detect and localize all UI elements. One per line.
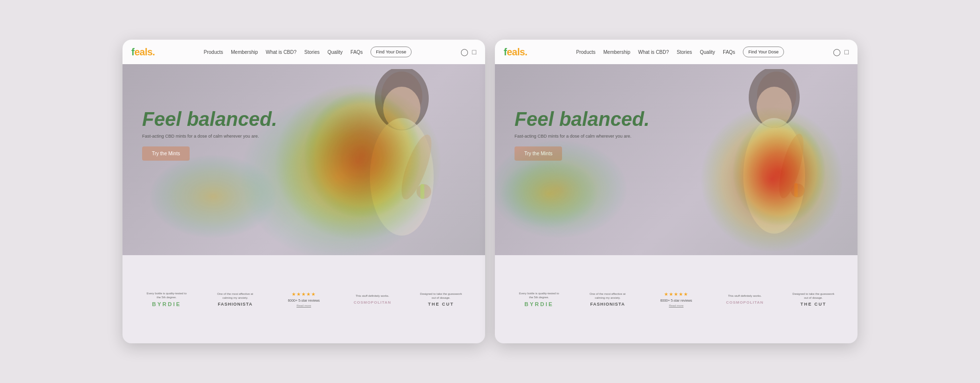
press-item-fashionista: One of the most effective at calming my …: [201, 292, 270, 307]
press-item-byrdie: Every bottle is quality-tested to the 5t…: [132, 291, 201, 308]
press-section-left: Every bottle is quality-tested to the 5t…: [122, 255, 485, 343]
byrdie-quote-r: Every bottle is quality-tested to the 5t…: [517, 291, 561, 300]
nav-what-is-cbd-r[interactable]: What is CBD?: [638, 49, 669, 55]
thecut-quote-r: Designed to take the guesswork out of do…: [791, 292, 835, 300]
navbar-right: feals. Products Membership What is CBD? …: [495, 40, 858, 64]
screen-right: feals. Products Membership What is CBD? …: [495, 40, 858, 343]
press-item-stars-r: ★★★★★ 6000+ 5-star reviews Read more: [642, 291, 710, 307]
nav-cta-button-r[interactable]: Find Your Dose: [743, 47, 784, 57]
byrdie-logo: BYRDIE: [152, 301, 181, 307]
nav-products-r[interactable]: Products: [576, 49, 595, 55]
read-more-link-r[interactable]: Read more: [669, 304, 684, 307]
press-item-thecut: Designed to take the guesswork out of do…: [407, 292, 475, 307]
nav-quality-r[interactable]: Quality: [700, 49, 715, 55]
heatmap-blob-4: [149, 155, 277, 238]
stars-display-r: ★★★★★: [664, 291, 688, 297]
read-more-link[interactable]: Read more: [296, 304, 311, 307]
cosmo-quote: This stuff definitely works.: [356, 294, 390, 298]
user-icon[interactable]: ◯: [461, 48, 468, 56]
stars-display: ★★★★★: [292, 291, 316, 297]
nav-stories-r[interactable]: Stories: [677, 49, 692, 55]
heatmap-blob-r2: [701, 107, 843, 252]
thecut-logo-r: THE CUT: [801, 302, 827, 307]
cosmo-logo-r: COSMOPOLITAN: [726, 300, 764, 305]
byrdie-quote: Every bottle is quality-tested to the 5t…: [145, 291, 189, 300]
logo-right[interactable]: feals.: [504, 47, 527, 58]
nav-products[interactable]: Products: [204, 49, 223, 55]
hero-right: Feel balanced. Fast-acting CBD mints for…: [495, 64, 858, 255]
fashionista-logo: FASHIONISTA: [218, 302, 253, 307]
nav-quality[interactable]: Quality: [327, 49, 343, 55]
press-item-byrdie-r: Every bottle is quality-tested to the 5t…: [505, 291, 573, 308]
review-count: 6000+ 5-star reviews: [288, 299, 319, 302]
nav-links-right: Products Membership What is CBD? Stories…: [576, 47, 784, 57]
press-section-right: Every bottle is quality-tested to the 5t…: [495, 255, 858, 343]
press-item-cosmo: This stuff definitely works. COSMOPOLITA…: [338, 294, 407, 304]
cart-icon-r[interactable]: □: [845, 48, 849, 56]
user-icon-r[interactable]: ◯: [833, 48, 841, 56]
nav-membership-r[interactable]: Membership: [603, 49, 630, 55]
press-item-stars: ★★★★★ 6000+ 5-star reviews Read more: [270, 291, 338, 307]
cosmo-quote-r: This stuff definitely works.: [728, 294, 762, 298]
cosmo-logo: COSMOPOLITAN: [354, 300, 392, 305]
hero-left: Feel balanced. Fast-acting CBD mints for…: [122, 64, 485, 255]
cart-icon[interactable]: □: [472, 48, 476, 56]
nav-what-is-cbd[interactable]: What is CBD?: [266, 49, 296, 55]
nav-stories[interactable]: Stories: [304, 49, 319, 55]
heatmap-blob-3: [240, 94, 436, 255]
logo-left[interactable]: feals.: [131, 47, 155, 58]
thecut-quote: Designed to take the guesswork out of do…: [419, 292, 463, 300]
nav-membership[interactable]: Membership: [231, 49, 258, 55]
screen-left: feals. Products Membership What is CBD? …: [122, 40, 485, 343]
press-item-thecut-r: Designed to take the guesswork out of do…: [779, 292, 848, 307]
press-item-fashionista-r: One of the most effective at calming my …: [573, 292, 642, 307]
nav-faqs[interactable]: FAQs: [350, 49, 363, 55]
nav-links-left: Products Membership What is CBD? Stories…: [204, 47, 412, 57]
fashionista-quote-r: One of the most effective at calming my …: [586, 292, 630, 300]
press-item-cosmo-r: This stuff definitely works. COSMOPOLITA…: [710, 294, 779, 304]
fashionista-quote: One of the most effective at calming my …: [213, 292, 257, 300]
navbar-left: feals. Products Membership What is CBD? …: [122, 40, 485, 64]
fashionista-logo-r: FASHIONISTA: [590, 302, 625, 307]
review-count-r: 6000+ 5-star reviews: [660, 299, 692, 302]
nav-faqs-r[interactable]: FAQs: [723, 49, 735, 55]
nav-cta-button[interactable]: Find Your Dose: [370, 47, 412, 57]
thecut-logo: THE CUT: [428, 302, 454, 307]
nav-icons-left: ◯ □: [461, 48, 476, 56]
nav-icons-right: ◯ □: [833, 48, 849, 56]
heatmap-blob-r4: [500, 160, 598, 228]
byrdie-logo-r: BYRDIE: [524, 301, 554, 307]
